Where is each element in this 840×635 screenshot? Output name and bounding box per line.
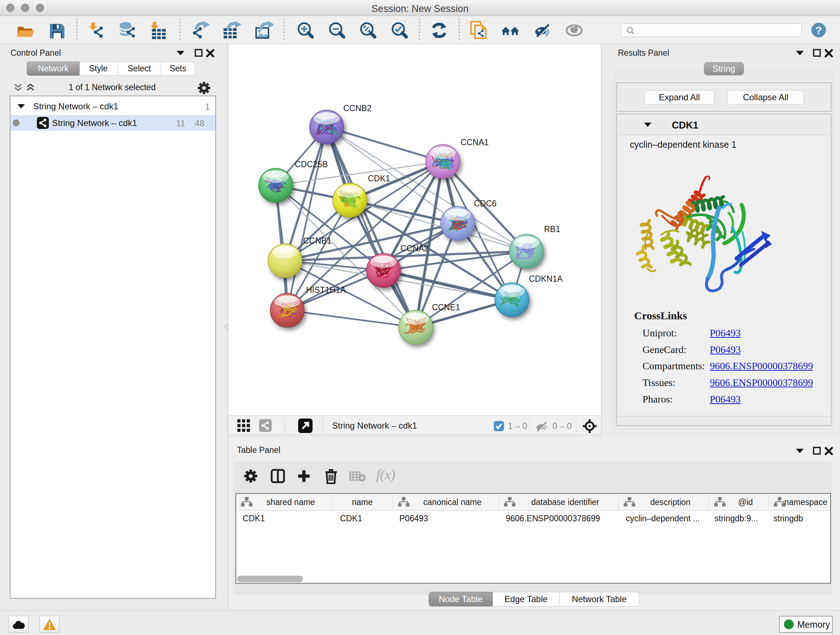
svg-text:CCNA2: CCNA2 — [401, 244, 429, 253]
svg-text:CDC25B: CDC25B — [295, 160, 328, 169]
svg-text:CCNB1: CCNB1 — [303, 236, 332, 245]
svg-text:HIST1H1A: HIST1H1A — [306, 285, 346, 295]
svg-text:CCNA1: CCNA1 — [461, 138, 489, 147]
svg-text:CDK1: CDK1 — [368, 174, 390, 183]
svg-text:CDC6: CDC6 — [474, 199, 497, 208]
svg-text:CCNB2: CCNB2 — [343, 103, 371, 113]
svg-text:RB1: RB1 — [544, 225, 561, 234]
svg-text:CCNE1: CCNE1 — [432, 302, 460, 312]
svg-text:CDKN1A: CDKN1A — [529, 274, 563, 283]
